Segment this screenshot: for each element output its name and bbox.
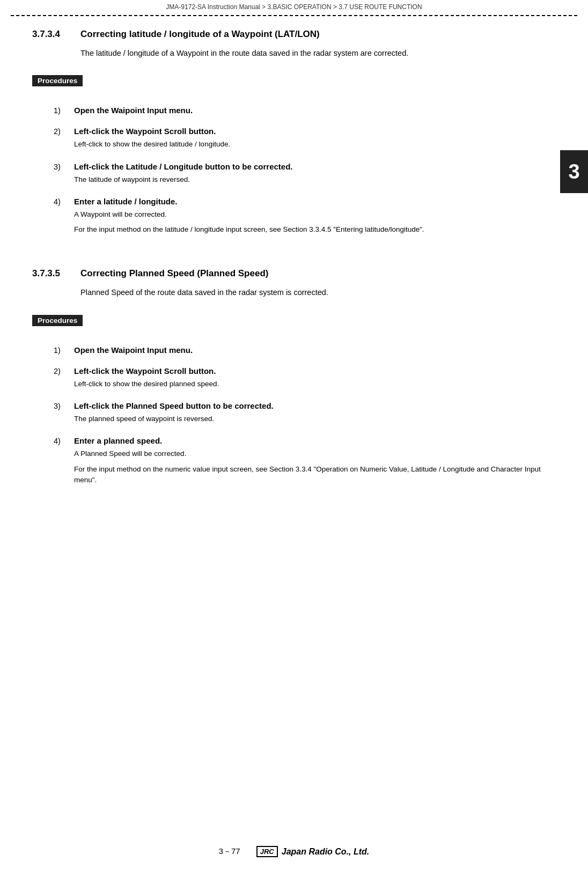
proc-item-1-1: 1) Open the Waipoint Input menu.	[54, 106, 545, 115]
proc-item-1-3: 3) Left-click the Latitude / Longitude b…	[54, 162, 545, 185]
section-1-num: 3.7.3.4	[32, 29, 80, 40]
proc-step-title-2-4: Enter a planned speed.	[74, 436, 162, 445]
proc-step-title-1-3: Left-click the Latitude / Longitude butt…	[74, 162, 293, 171]
proc-num-2-2: 2)	[54, 367, 74, 375]
footer-company-name: Japan Radio Co., Ltd.	[282, 847, 370, 857]
proc-step-title-2-3: Left-click the Planned Speed button to b…	[74, 401, 274, 410]
jrc-logo: JRC	[256, 846, 278, 857]
proc-step-desc-2-3: The planned speed of waypoint is reverse…	[74, 414, 545, 424]
section-divider	[32, 247, 545, 268]
proc-step-title-2-1: Open the Waipoint Input menu.	[74, 345, 193, 355]
proc-step-desc-2-2: Left-click to show the desired planned s…	[74, 379, 545, 389]
proc-num-1-1: 1)	[54, 106, 74, 115]
proc-step-title-2-2: Left-click the Waypoint Scroll button.	[74, 366, 216, 375]
procedure-list-1: 1) Open the Waipoint Input menu. 2) Left…	[54, 106, 545, 235]
section-1-title: Correcting latitude / longitude of a Way…	[80, 29, 320, 40]
proc-step-desc-2-4: A Planned Speed will be corrected.	[74, 448, 545, 459]
section-2-num: 3.7.3.5	[32, 268, 80, 279]
footer-logo: JRC Japan Radio Co., Ltd.	[256, 846, 370, 857]
proc-step-desc-1-4: A Waypoint will be corrected.	[74, 209, 545, 220]
proc-step-desc2-2-4: For the input method on the numeric valu…	[74, 464, 545, 486]
proc-num-2-3: 3)	[54, 402, 74, 410]
proc-num-1-4: 4)	[54, 197, 74, 206]
proc-num-2-1: 1)	[54, 346, 74, 355]
procedures-badge-1: Procedures	[32, 75, 83, 86]
proc-num-1-2: 2)	[54, 127, 74, 136]
section-2-heading: 3.7.3.5 Correcting Planned Speed (Planne…	[32, 268, 545, 279]
proc-step-title-1-2: Left-click the Waypoint Scroll button.	[74, 127, 216, 136]
chapter-tab: 3	[560, 150, 588, 193]
proc-step-title-1-4: Enter a latitude / longitude.	[74, 197, 178, 206]
procedure-list-2: 1) Open the Waipoint Input menu. 2) Left…	[54, 345, 545, 485]
proc-num-2-4: 4)	[54, 437, 74, 445]
proc-step-desc-1-3: The latitude of waypoint is reversed.	[74, 174, 545, 185]
proc-item-1-2: 2) Left-click the Waypoint Scroll button…	[54, 127, 545, 150]
proc-step-desc2-1-4: For the input method on the latitude / l…	[74, 224, 545, 235]
section-1-heading: 3.7.3.4 Correcting latitude / longitude …	[32, 29, 545, 40]
proc-step-desc-1-2: Left-click to show the desired latitude …	[74, 139, 545, 150]
page-header: JMA-9172-SA Instruction Manual > 3.BASIC…	[0, 0, 588, 13]
footer-page-number: 3－77	[219, 846, 240, 857]
proc-item-2-3: 3) Left-click the Planned Speed button t…	[54, 401, 545, 424]
page-footer: 3－77 JRC Japan Radio Co., Ltd.	[0, 846, 588, 857]
main-content: 3.7.3.4 Correcting latitude / longitude …	[0, 16, 588, 510]
procedures-badge-2: Procedures	[32, 315, 83, 326]
section-2-desc: Planned Speed of the route data saved in…	[80, 286, 545, 298]
proc-item-1-4: 4) Enter a latitude / longitude. A Waypo…	[54, 197, 545, 235]
proc-item-2-4: 4) Enter a planned speed. A Planned Spee…	[54, 436, 545, 485]
section-1-desc: The latitude / longitude of a Waypoint i…	[80, 47, 545, 59]
proc-item-2-2: 2) Left-click the Waypoint Scroll button…	[54, 366, 545, 389]
proc-step-title-1-1: Open the Waipoint Input menu.	[74, 106, 193, 115]
proc-num-1-3: 3)	[54, 163, 74, 171]
breadcrumb: JMA-9172-SA Instruction Manual > 3.BASIC…	[166, 3, 422, 11]
proc-item-2-1: 1) Open the Waipoint Input menu.	[54, 345, 545, 355]
section-2-title: Correcting Planned Speed (Planned Speed)	[80, 268, 268, 279]
